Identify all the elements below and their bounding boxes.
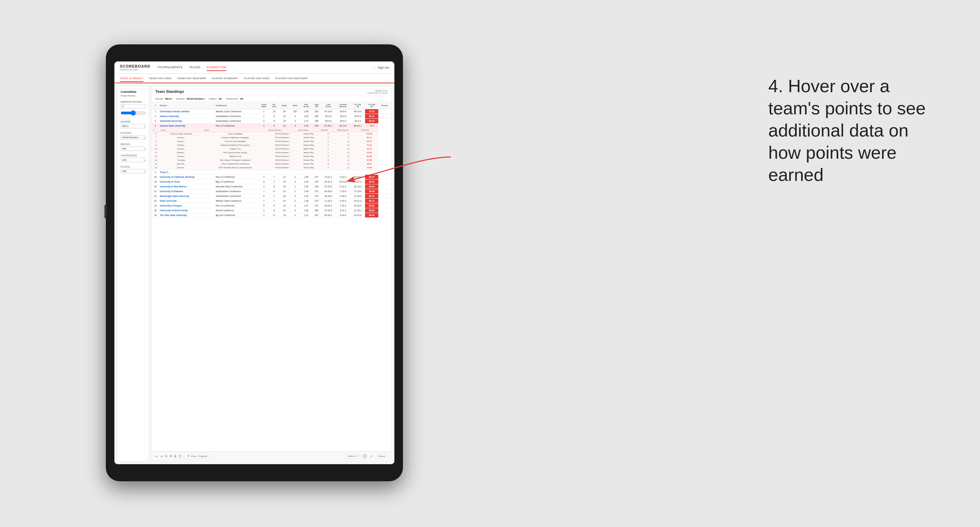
tt-rank-impact-3: +5 [336, 143, 360, 147]
tablet-side-button[interactable] [105, 205, 107, 219]
nav-teams[interactable]: TEAMS [189, 64, 200, 71]
tooltip-data-row: 12 Univers... Williams Cup NCAA Division… [152, 155, 378, 159]
tt-rank-impact-9: +0 [336, 166, 360, 170]
table-row: 21 University of Alabama Southeastern Co… [152, 189, 391, 194]
min-rounds-slider[interactable] [121, 109, 146, 117]
nav-bar: SCOREBOARD Powered by clipd TOURNAMENTS … [115, 62, 395, 74]
nav-tournaments[interactable]: TOURNAMENTS [157, 64, 183, 71]
view-original-button[interactable]: 👁 View: Original [185, 454, 209, 459]
top25-3: 46-5-0 [350, 119, 365, 124]
sg-4: 265 [312, 124, 321, 129]
tt-type-2: Stroke Play [298, 140, 320, 143]
rank-18: 18 [152, 175, 159, 179]
rank-5: 5 [152, 170, 159, 175]
conference-select[interactable]: (All) [121, 158, 146, 162]
school-2[interactable]: Auburn University [159, 114, 215, 119]
settings-icon[interactable]: ⚙ [174, 455, 177, 458]
col-avg-sg: AvgSG [312, 102, 321, 109]
w-19: 0 [290, 179, 301, 184]
refresh-icon[interactable]: ⟳ [165, 455, 168, 458]
main-content: Committee Portal Review Minimum Rounds G… [115, 83, 395, 464]
table-row: 20 University of New Mexico Mountain Wes… [152, 184, 391, 189]
points-4[interactable]: 79.5 [365, 124, 378, 129]
share-button[interactable]: Share [376, 454, 388, 459]
tt-wpoints-8: 43.01 [360, 162, 378, 166]
school-18[interactable]: University of California, Berkeley [159, 175, 215, 179]
points-20[interactable]: 88.49 [365, 184, 378, 189]
school-4[interactable]: Arizona State University [159, 124, 215, 129]
sg-2: 260 [312, 114, 321, 119]
points-22[interactable]: 88.41 [365, 194, 378, 198]
sg-22: 270 [312, 194, 321, 198]
ls-19: 42-31-3 [321, 179, 336, 184]
tt-rank-1: 7 [152, 136, 160, 140]
conference-select-wrapper: (All) [121, 158, 146, 162]
points-24[interactable]: 88.54 [365, 203, 378, 208]
points-2[interactable]: 93.31 [365, 114, 378, 119]
points-3[interactable]: 90.20 [365, 119, 378, 124]
school-19[interactable]: University of Texas [159, 179, 215, 184]
sign-out-link[interactable]: Sign out [374, 66, 389, 69]
school-3[interactable]: Vanderbilt University [159, 119, 215, 124]
top25-4: 58-24-1 [350, 124, 365, 129]
school-22[interactable]: Mississippi State University [159, 194, 215, 198]
subnav-player-h2h-grid[interactable]: PLAYER H2H GRID [244, 75, 270, 81]
subnav-team-h2h-grid[interactable]: TEAM H2H GRID [149, 75, 172, 81]
tt-team-6: Univers... [160, 155, 203, 159]
points-19[interactable]: 88.70 [365, 179, 378, 184]
school-1[interactable]: University of North Carolina [159, 109, 215, 114]
overall-5 [336, 170, 350, 175]
points-18[interactable]: 88.07 [365, 175, 378, 179]
resize-icon[interactable]: ⤢ [370, 455, 373, 458]
table-row: 23 Duke University Atlantic Coast Confer… [152, 198, 391, 203]
watch-button[interactable]: Watch ▾ [345, 454, 360, 459]
subnav-team-h2h-heatmap[interactable]: TEAM H2H HEATMAP [177, 75, 206, 81]
rank-19: 19 [152, 179, 159, 184]
conf-rank-3: 2 [258, 119, 269, 124]
school-20[interactable]: University of New Mexico [159, 184, 215, 189]
gender-select[interactable]: Men's Women's [121, 124, 146, 129]
comment-icon[interactable]: 💬 [363, 455, 367, 458]
tt-rounds-9: 3 [320, 166, 336, 170]
school-24[interactable]: University of Oregon [159, 203, 215, 208]
sidebar-header: Committee [121, 90, 146, 94]
points-5[interactable] [365, 170, 378, 175]
tt-type-1: Stroke Play [298, 136, 320, 140]
min-rounds-input[interactable] [121, 104, 146, 108]
redo-icon[interactable]: ↪ [160, 455, 163, 458]
sg-1: 262 [312, 109, 321, 114]
clock-icon[interactable]: ⏱ [178, 455, 182, 458]
tt-rank-6: 12 [152, 155, 160, 159]
ov-25: 3-14-1 [336, 208, 350, 213]
school-select[interactable]: (All) [121, 169, 146, 173]
w-21: 2 [290, 189, 301, 194]
sg-5 [312, 170, 321, 175]
tt-rank-impact-6: +0 [336, 155, 360, 159]
sidebar-region: Region N/A Northeast Southeast Midwest W… [121, 143, 146, 151]
school-25[interactable]: University of North Florida [159, 208, 215, 213]
tt-rank-8: 14 [152, 162, 160, 166]
division-select[interactable]: NCAA Division I NCAA Division II NCAA Di… [121, 135, 146, 140]
undo-icon[interactable]: ↩ [155, 455, 158, 458]
tooltip-data-row: 10 Univers... Copper Cup NCAA Division I… [152, 147, 378, 151]
points-21[interactable]: 88.48 [365, 189, 378, 194]
points-25[interactable]: 88.89 [365, 208, 378, 213]
points-23[interactable]: 88.71 [365, 198, 378, 203]
cr-25: 1 [258, 208, 269, 213]
tt-team-5: Florida I... [160, 151, 203, 155]
points-1[interactable]: 97.02 [365, 109, 378, 114]
subnav-player-summary[interactable]: PLAYER SUMMARY [212, 75, 238, 81]
subnav-player-h2h-heatmap[interactable]: PLAYER H2H HEATMAP [275, 75, 308, 81]
col-adj-score: Adj.Score [301, 102, 312, 109]
school-5[interactable]: Texas T... [159, 170, 215, 175]
w-18: 2 [290, 175, 301, 179]
school-23[interactable]: Duke University [159, 198, 215, 203]
school-26[interactable]: The Ohio State University [159, 213, 215, 218]
subnav-team-summary[interactable]: TEAM SUMMARY [120, 75, 143, 82]
top25-2: 55-4-0 [350, 114, 365, 119]
copy-icon[interactable]: ⧉ [170, 454, 172, 458]
points-26[interactable]: 88.94 [365, 213, 378, 218]
region-select[interactable]: N/A Northeast Southeast Midwest West [121, 146, 146, 151]
nav-committee[interactable]: COMMITTEE [207, 64, 227, 71]
school-21[interactable]: University of Alabama [159, 189, 215, 194]
